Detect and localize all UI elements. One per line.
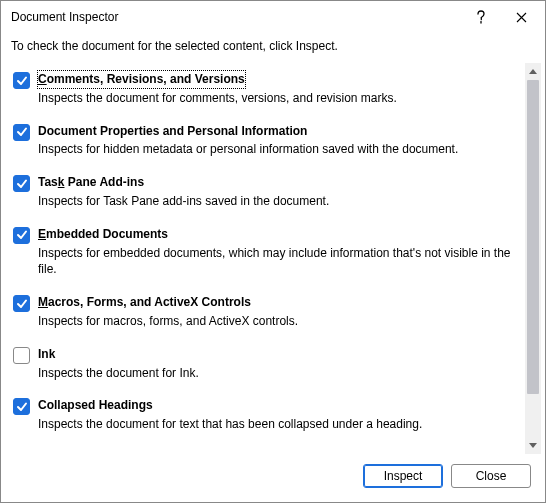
item-description: Inspects the document for text that has … bbox=[38, 416, 514, 433]
vertical-scrollbar[interactable] bbox=[524, 63, 541, 454]
item-label[interactable]: Document Properties and Personal Informa… bbox=[38, 123, 307, 140]
inspect-button[interactable]: Inspect bbox=[363, 464, 443, 488]
item-label[interactable]: Comments, Revisions, and Versions bbox=[38, 71, 245, 88]
close-button[interactable]: Close bbox=[451, 464, 531, 488]
item-description: Inspects the document for Ink. bbox=[38, 365, 514, 382]
inspection-item: Collapsed HeadingsInspects the document … bbox=[11, 389, 516, 441]
checkbox[interactable] bbox=[13, 124, 30, 141]
document-inspector-dialog: Document Inspector To check the document… bbox=[0, 0, 546, 503]
checkbox[interactable] bbox=[13, 295, 30, 312]
scrollbar-thumb[interactable] bbox=[527, 80, 539, 394]
scrollbar-track[interactable] bbox=[525, 80, 541, 437]
dialog-title: Document Inspector bbox=[11, 10, 461, 24]
titlebar: Document Inspector bbox=[1, 1, 545, 33]
item-body: Macros, Forms, and ActiveX ControlsInspe… bbox=[38, 294, 514, 330]
item-label[interactable]: Embedded Documents bbox=[38, 226, 168, 243]
scroll-up-arrow-icon[interactable] bbox=[525, 63, 542, 80]
inspection-item: InkInspects the document for Ink. bbox=[11, 338, 516, 390]
close-window-button[interactable] bbox=[501, 3, 541, 31]
help-button[interactable] bbox=[461, 3, 501, 31]
close-button-label: Close bbox=[476, 469, 507, 483]
close-icon bbox=[516, 12, 527, 23]
checkbox[interactable] bbox=[13, 398, 30, 415]
item-label[interactable]: Task Pane Add-ins bbox=[38, 174, 144, 191]
item-description: Inspects for embedded documents, which m… bbox=[38, 245, 514, 279]
inspection-item: Embedded DocumentsInspects for embedded … bbox=[11, 218, 516, 286]
instruction-text: To check the document for the selected c… bbox=[1, 33, 545, 63]
item-body: Document Properties and Personal Informa… bbox=[38, 123, 514, 159]
item-body: Embedded DocumentsInspects for embedded … bbox=[38, 226, 514, 278]
inspection-list: Comments, Revisions, and VersionsInspect… bbox=[11, 63, 524, 454]
item-description: Inspects the document for comments, vers… bbox=[38, 90, 514, 107]
item-description: Inspects for macros, forms, and ActiveX … bbox=[38, 313, 514, 330]
footer: Inspect Close bbox=[1, 454, 545, 502]
content-area: Comments, Revisions, and VersionsInspect… bbox=[1, 63, 545, 454]
item-body: InkInspects the document for Ink. bbox=[38, 346, 514, 382]
inspection-item: Comments, Revisions, and VersionsInspect… bbox=[11, 63, 516, 115]
checkbox[interactable] bbox=[13, 72, 30, 89]
checkbox[interactable] bbox=[13, 347, 30, 364]
item-body: Comments, Revisions, and VersionsInspect… bbox=[38, 71, 514, 107]
item-label[interactable]: Macros, Forms, and ActiveX Controls bbox=[38, 294, 251, 311]
item-body: Collapsed HeadingsInspects the document … bbox=[38, 397, 514, 433]
help-icon bbox=[476, 10, 486, 24]
inspection-item: Macros, Forms, and ActiveX ControlsInspe… bbox=[11, 286, 516, 338]
item-label[interactable]: Ink bbox=[38, 346, 55, 363]
inspection-item: Document Properties and Personal Informa… bbox=[11, 115, 516, 167]
item-description: Inspects for hidden metadata or personal… bbox=[38, 141, 514, 158]
checkbox[interactable] bbox=[13, 227, 30, 244]
checkbox[interactable] bbox=[13, 175, 30, 192]
inspection-item: Task Pane Add-insInspects for Task Pane … bbox=[11, 166, 516, 218]
item-description: Inspects for Task Pane add-ins saved in … bbox=[38, 193, 514, 210]
inspect-button-label: Inspect bbox=[384, 469, 423, 483]
item-label[interactable]: Collapsed Headings bbox=[38, 397, 153, 414]
item-body: Task Pane Add-insInspects for Task Pane … bbox=[38, 174, 514, 210]
scroll-down-arrow-icon[interactable] bbox=[525, 437, 542, 454]
